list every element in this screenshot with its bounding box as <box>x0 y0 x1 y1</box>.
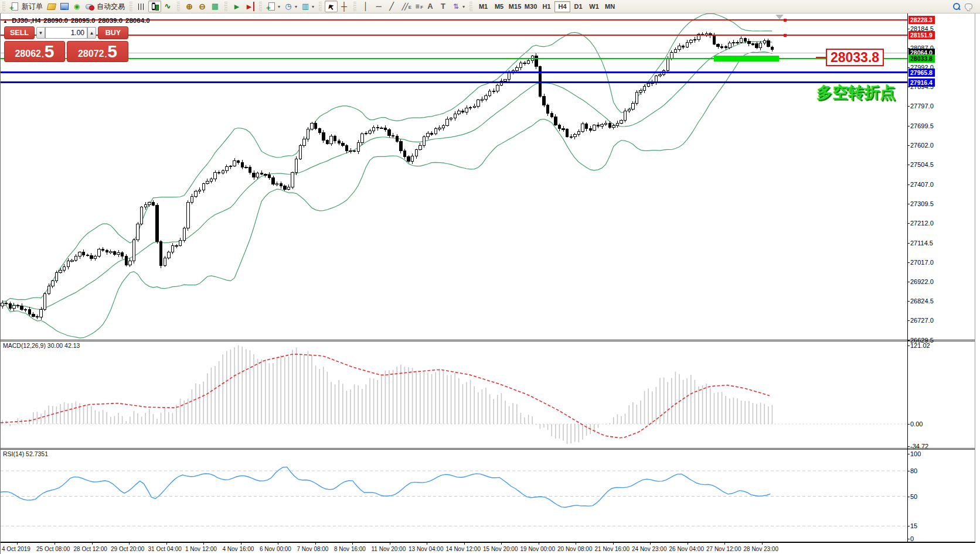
text-icon: A <box>426 2 435 11</box>
axis-tick <box>907 340 910 341</box>
crosshair-button[interactable]: ┼ <box>338 1 351 12</box>
axis-tick <box>907 145 910 146</box>
time-axis-tick <box>390 543 390 545</box>
macd-pane[interactable] <box>1 341 907 448</box>
autotrading-button[interactable]: 自动交易 <box>83 1 127 12</box>
equidistant-channel-icon: ╱╱E <box>400 2 409 11</box>
time-axis-label: 21 Nov 16:00 <box>595 546 630 552</box>
quote-high: 28095.0 <box>71 17 96 24</box>
arrows-button[interactable]: ⇅ <box>450 1 467 12</box>
timeframe-m15-button[interactable]: M15 <box>507 1 523 12</box>
price-tick-label: 27212.0 <box>910 220 934 227</box>
profiles-button[interactable] <box>45 1 57 12</box>
axis-tick <box>907 301 910 302</box>
main-chart-pane[interactable] <box>1 13 907 340</box>
cursor-button[interactable] <box>325 1 338 12</box>
axis-tick <box>907 126 910 126</box>
candlestick-chart-icon <box>150 2 159 11</box>
price-callout[interactable]: 28033.8 <box>826 49 884 66</box>
market-watch-button[interactable] <box>57 1 70 12</box>
text-label-button[interactable]: T <box>437 1 450 12</box>
buy-button[interactable]: BUY <box>98 26 128 39</box>
time-axis-tick <box>17 543 18 545</box>
profiles-icon <box>46 2 56 11</box>
signals-button[interactable]: ◉ <box>70 1 83 12</box>
bar-chart-icon <box>137 2 147 11</box>
cursor-icon <box>326 2 336 11</box>
search-button[interactable] <box>950 1 962 12</box>
time-axis-tick <box>688 543 688 545</box>
volume-increase-button[interactable]: ▲ <box>87 27 96 39</box>
timeframe-m1-button[interactable]: M1 <box>475 1 491 12</box>
timeframe-m5-button[interactable]: M5 <box>491 1 507 12</box>
auto-scroll-button[interactable]: ▶ <box>230 1 243 12</box>
volume-decrease-button[interactable]: ▼ <box>36 27 45 39</box>
hline-object-27916.4[interactable] <box>1 81 907 83</box>
zoom-in-button[interactable]: ⊕ <box>183 1 196 12</box>
zoom-out-button[interactable]: ⊖ <box>196 1 209 12</box>
timeframe-w1-button[interactable]: W1 <box>586 1 602 12</box>
trendline-button[interactable]: ╱ <box>385 1 398 12</box>
chart-shift-button[interactable]: ▶ <box>243 1 256 12</box>
volume-input[interactable]: 1.00 <box>45 27 87 39</box>
time-axis-label: 19 Nov 00:00 <box>520 546 556 552</box>
sell-price-box[interactable]: 28062 . 5 <box>4 41 65 62</box>
sell-button[interactable]: SELL <box>4 26 35 39</box>
horizontal-line-icon: ─ <box>374 2 383 11</box>
axis-tick <box>907 165 910 165</box>
chart-window[interactable]: 28184.528087.027992.027894.527797.027699… <box>0 13 980 554</box>
hline-object-28151.9[interactable] <box>1 35 907 36</box>
toolbar-separator <box>2 2 5 11</box>
chart-shift-marker-icon[interactable] <box>775 15 784 19</box>
candlestick-chart-button[interactable] <box>148 1 161 12</box>
text-button[interactable]: A <box>424 1 437 12</box>
bar-chart-button[interactable] <box>135 1 148 12</box>
time-axis-label: 31 Oct 04:00 <box>148 546 182 552</box>
templates-button[interactable]: ▥ <box>299 1 316 12</box>
templates-icon: ▥ <box>301 2 310 11</box>
buy-price-box[interactable]: 28072 . 5 <box>67 41 128 62</box>
time-axis-tick <box>278 543 278 545</box>
time-axis-label: 14 Nov 12:00 <box>446 546 481 552</box>
toolbar-separator <box>177 2 180 11</box>
vertical-line-icon: │ <box>361 2 370 11</box>
time-axis-label: 25 Oct 08:00 <box>36 546 70 552</box>
timeframe-m30-button[interactable]: M30 <box>523 1 539 12</box>
hline-object-27965.8[interactable] <box>1 71 907 73</box>
annotation-text[interactable]: 多空转折点 <box>816 82 896 103</box>
time-axis-tick <box>55 543 55 545</box>
trendline-icon: ╱ <box>387 2 396 11</box>
axis-tick <box>907 282 910 282</box>
quote-symbol: DJ30-,H4 <box>12 17 40 24</box>
timeframe-d1-button[interactable]: D1 <box>570 1 586 12</box>
time-axis[interactable]: 4 Oct 201925 Oct 08:0028 Oct 12:0029 Oct… <box>1 543 975 554</box>
toolbar-separator <box>469 2 472 11</box>
timeframe-mn-button[interactable]: MN <box>602 1 618 12</box>
quote-open: 28090.0 <box>43 17 68 24</box>
market-watch-icon <box>59 2 69 11</box>
timeframe-h4-button[interactable]: H4 <box>554 1 570 12</box>
support-highlight-bar[interactable] <box>714 56 779 61</box>
price-line-label-green: 28033.8 <box>908 54 935 63</box>
price-line-label-red: 28151.9 <box>908 31 935 39</box>
vertical-line-button[interactable]: │ <box>359 1 372 12</box>
zoom-out-icon: ⊖ <box>198 2 207 11</box>
equidistant-channel-button[interactable]: ╱╱E <box>398 1 411 12</box>
fibonacci-button[interactable]: ≡F <box>411 1 424 12</box>
periods-button[interactable]: ◷ <box>282 1 299 12</box>
tile-windows-button[interactable]: ▦ <box>209 1 222 12</box>
toolbar: 新订单◉自动交易∿⊕⊖▦▶▶◷▥┼│─╱╱╱E≡FAT⇅M1M5M15M30H1… <box>0 0 980 13</box>
price-line-label-blue: 27916.4 <box>908 78 935 87</box>
timeframe-h1-button[interactable]: H1 <box>539 1 554 12</box>
indicators-button[interactable] <box>265 1 282 12</box>
rsi-pane[interactable] <box>1 450 907 542</box>
time-axis-label: 11 Nov 20:00 <box>372 546 406 552</box>
chat-button[interactable] <box>962 1 975 12</box>
line-chart-icon: ∿ <box>163 2 172 11</box>
horizontal-line-button[interactable]: ─ <box>372 1 385 12</box>
new-order-button[interactable]: 新订单 <box>8 1 45 12</box>
axis-tick <box>907 223 910 224</box>
autotrading-icon <box>85 2 94 11</box>
line-chart-button[interactable]: ∿ <box>161 1 174 12</box>
macd-axis-label: 121.02 <box>910 342 930 349</box>
